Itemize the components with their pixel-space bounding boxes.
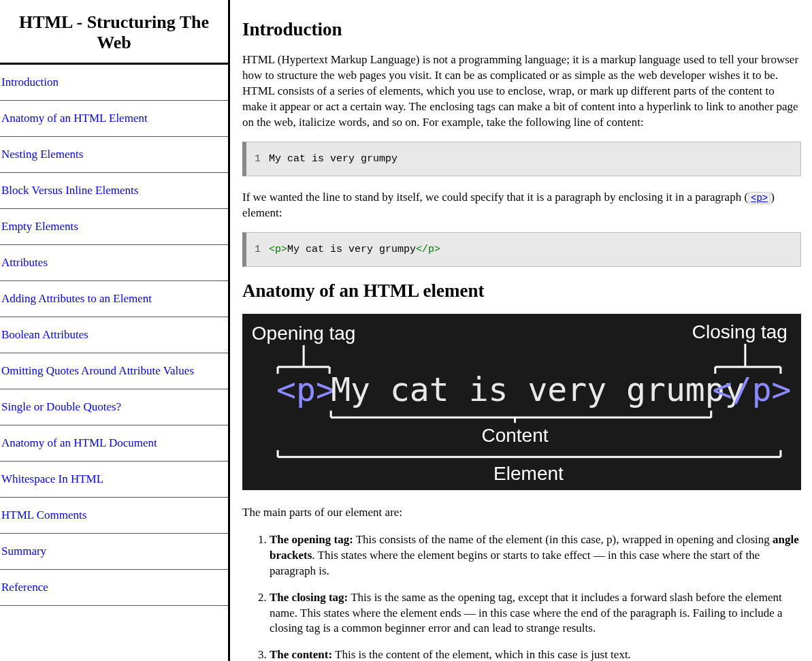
part-closing-tag: The closing tag: This is the same as the… bbox=[270, 590, 801, 637]
nav-item-comments[interactable]: HTML Comments bbox=[0, 498, 228, 534]
svg-text:Opening tag: Opening tag bbox=[252, 323, 356, 344]
code-content: My cat is very grumpy bbox=[287, 244, 416, 255]
nav-item-block-inline[interactable]: Block Versus Inline Elements bbox=[0, 173, 228, 209]
part-opening-tag: The opening tag: This consists of the na… bbox=[270, 532, 801, 579]
nav-item-attributes[interactable]: Attributes bbox=[0, 245, 228, 281]
heading-introduction: Introduction bbox=[242, 19, 801, 40]
svg-text:<p>: <p> bbox=[276, 370, 336, 408]
intro-paragraph-1: HTML (Hypertext Markup Language) is not … bbox=[242, 52, 801, 131]
sidebar: HTML - Structuring The Web Introduction … bbox=[0, 0, 230, 661]
sidebar-title: HTML - Structuring The Web bbox=[0, 0, 228, 65]
code-block-plain: 1My cat is very grumpy bbox=[242, 142, 801, 176]
svg-text:My cat is very grumpy: My cat is very grumpy bbox=[331, 370, 744, 408]
nav-item-introduction[interactable]: Introduction bbox=[0, 65, 228, 101]
nav-item-nesting[interactable]: Nesting Elements bbox=[0, 137, 228, 173]
nav-item-boolean[interactable]: Boolean Attributes bbox=[0, 317, 228, 353]
nav-item-empty[interactable]: Empty Elements bbox=[0, 209, 228, 245]
svg-text:</p>: </p> bbox=[713, 370, 792, 408]
svg-text:Content: Content bbox=[481, 425, 548, 446]
line-number: 1 bbox=[255, 244, 261, 255]
svg-text:Closing tag: Closing tag bbox=[692, 321, 787, 342]
svg-text:Element: Element bbox=[493, 463, 564, 484]
anatomy-diagram: Opening tag Closing tag <p> My cat is ve… bbox=[242, 314, 801, 490]
code-text: My cat is very grumpy bbox=[269, 153, 397, 165]
nav-item-anatomy-document[interactable]: Anatomy of an HTML Document bbox=[0, 425, 228, 462]
nav-item-reference[interactable]: Reference bbox=[0, 570, 228, 606]
code-block-wrapped: 1<p>My cat is very grumpy</p> bbox=[242, 232, 801, 267]
diagram-svg: Opening tag Closing tag <p> My cat is ve… bbox=[242, 314, 801, 487]
nav-item-anatomy-element[interactable]: Anatomy of an HTML Element bbox=[0, 101, 228, 137]
intro-paragraph-2: If we wanted the line to stand by itself… bbox=[242, 190, 801, 221]
parts-intro: The main parts of our element are: bbox=[242, 505, 801, 521]
nav-item-whitespace[interactable]: Whitespace In HTML bbox=[0, 462, 228, 498]
line-number: 1 bbox=[255, 153, 261, 165]
part-content: The content: This is the content of the … bbox=[270, 647, 801, 661]
nav-item-adding-attributes[interactable]: Adding Attributes to an Element bbox=[0, 281, 228, 317]
nav-item-single-double[interactable]: Single or Double Quotes? bbox=[0, 389, 228, 425]
main-content: Introduction HTML (Hypertext Markup Lang… bbox=[230, 0, 812, 661]
parts-list: The opening tag: This consists of the na… bbox=[242, 532, 801, 661]
heading-anatomy: Anatomy of an HTML element bbox=[242, 280, 801, 302]
inline-code-p-tag[interactable]: <p> bbox=[748, 192, 770, 204]
code-open-tag: <p> bbox=[269, 244, 287, 255]
nav-item-omitting-quotes[interactable]: Omitting Quotes Around Attribute Values bbox=[0, 353, 228, 389]
code-close-tag: </p> bbox=[416, 244, 440, 255]
nav-item-summary[interactable]: Summary bbox=[0, 534, 228, 570]
